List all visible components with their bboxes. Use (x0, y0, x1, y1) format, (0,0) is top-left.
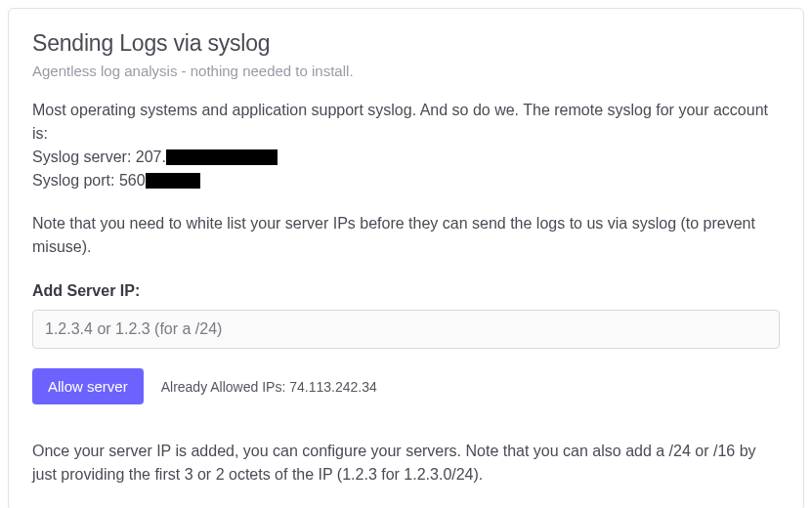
add-server-ip-label: Add Server IP: (32, 282, 780, 300)
already-allowed-ips: Already Allowed IPs: 74.113.242.34 (161, 379, 377, 395)
syslog-server-line: Syslog server: 207. (32, 146, 780, 169)
footer-text: Once your server IP is added, you can co… (32, 440, 780, 487)
button-row: Allow server Already Allowed IPs: 74.113… (32, 368, 780, 404)
page-subtitle: Agentless log analysis - nothing needed … (32, 63, 780, 79)
syslog-config-card: Sending Logs via syslog Agentless log an… (8, 8, 804, 508)
syslog-port-label: Syslog port: 560 (32, 169, 146, 192)
allow-server-button[interactable]: Allow server (32, 368, 144, 404)
whitelist-note: Note that you need to white list your se… (32, 212, 780, 259)
intro-text: Most operating systems and application s… (32, 99, 780, 146)
server-ip-input[interactable] (32, 310, 780, 349)
redacted-block (166, 149, 278, 165)
redacted-block (146, 173, 200, 189)
page-title: Sending Logs via syslog (32, 30, 780, 57)
syslog-port-line: Syslog port: 560 (32, 169, 780, 192)
syslog-server-label: Syslog server: 207. (32, 146, 166, 169)
